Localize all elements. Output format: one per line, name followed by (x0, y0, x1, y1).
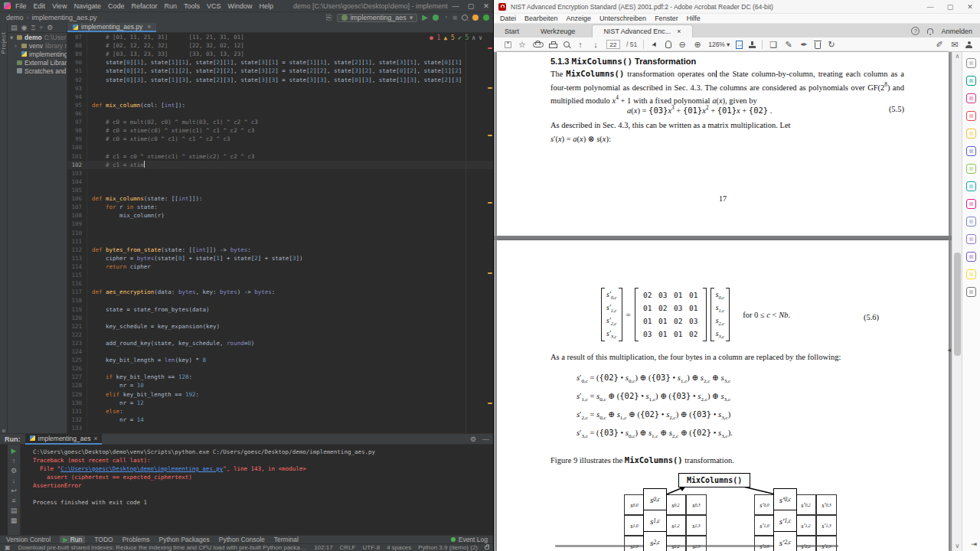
fit-width-icon[interactable] (736, 41, 743, 49)
code-line[interactable]: 122 (67, 331, 494, 339)
code-line[interactable]: 102 # c1 = xtim (67, 161, 494, 169)
scan-ocr-icon[interactable] (966, 181, 976, 191)
menu-hilfe[interactable]: Hilfe (687, 15, 701, 22)
maximize-button[interactable]: ▢ (463, 2, 479, 10)
previous-page-icon[interactable]: ↑ (576, 40, 585, 49)
code-line[interactable]: 100 (67, 143, 494, 152)
menu-code[interactable]: Code (108, 2, 125, 10)
request-signatures-icon[interactable] (966, 269, 976, 279)
code-line[interactable]: 101 # c1 = c0 ^ xtime(c1) ^ xtime(c2) ^ … (67, 152, 494, 161)
code-line[interactable]: 94 (67, 93, 494, 101)
export-pdf-icon[interactable] (966, 76, 976, 86)
run-minimize-icon[interactable]: — (482, 435, 489, 443)
locate-icon[interactable]: ◉ (21, 24, 28, 31)
pencil-icon[interactable]: ✎ (784, 40, 793, 49)
help-icon[interactable]: ? (911, 27, 920, 35)
menu-file[interactable]: File (15, 2, 27, 10)
code-line[interactable]: 114 return cipher (67, 262, 494, 271)
close-button[interactable]: ✕ (479, 2, 494, 10)
clear-icon[interactable]: ▦ (11, 517, 18, 524)
code-line[interactable]: 128 nr = 10 (67, 381, 494, 390)
pdf-content-area[interactable]: 5.1.3 MixColumns() Transformation The Mi… (494, 52, 980, 551)
edit-pdf-icon[interactable] (966, 93, 976, 103)
code-line[interactable]: 118 (67, 296, 494, 305)
create-pdf-icon[interactable] (966, 111, 976, 121)
menu-refactor[interactable]: Refactor (131, 2, 157, 10)
sign-pen-icon[interactable]: ✒ (799, 40, 808, 49)
code-line[interactable]: 103 (67, 169, 494, 178)
toolwindow-run[interactable]: ▶Run (60, 536, 85, 543)
find-icon[interactable] (564, 41, 570, 47)
code-line[interactable]: 124 (67, 347, 494, 356)
scrollbar-thumb[interactable] (954, 253, 961, 356)
code-line[interactable]: 116 (67, 279, 494, 288)
stop-button[interactable]: ■ (452, 14, 457, 21)
code-line[interactable]: 112 def bytes_from_state(state: [[int]])… (67, 246, 494, 254)
project-item-venv[interactable]: › venv library root (8, 41, 67, 50)
toolwindow-event-log[interactable]: Event Log (459, 536, 488, 543)
run-tab[interactable]: implementing_aes × (25, 434, 103, 445)
status-utf-8[interactable]: UTF-8 (362, 544, 380, 551)
code-line[interactable]: 107 for r in state: (67, 203, 494, 211)
inspection-widget[interactable]: ● 1 ▲ 5 ✔ 5 ∧ ∨ (427, 34, 485, 41)
code-line[interactable]: 91 state[0][2], state[1][2], state[2][2]… (67, 67, 494, 75)
collapse-all-icon[interactable]: Ξ (31, 24, 35, 31)
pdf-page-17[interactable]: 5.1.3 MixColumns() Transformation The Mi… (497, 52, 949, 236)
code-line[interactable]: 131 else: (67, 407, 494, 416)
code-line[interactable]: 125 key_bit_length = len(key) * 8 (67, 356, 494, 364)
project-item-external-libraries[interactable]: External Libraries (8, 58, 67, 67)
toolwindow-terminal[interactable]: Terminal (274, 536, 299, 543)
menu-help[interactable]: Help (260, 2, 274, 10)
share-cloud-icon[interactable] (533, 41, 543, 47)
toolwindow-problems[interactable]: Problems (122, 536, 150, 543)
code-line[interactable]: 99 # c0 = xtime(c0 ^ c1) ^ c1 ^ c2 ^ c3 (67, 135, 494, 143)
combine-files-icon[interactable] (966, 146, 976, 156)
next-page-icon[interactable]: ↓ (591, 40, 600, 49)
profile-icon[interactable] (965, 41, 972, 48)
status-crlf[interactable]: CRLF (340, 544, 356, 551)
code-line[interactable]: 133 (67, 424, 494, 432)
signin-link[interactable]: Anmelden (941, 28, 972, 35)
tab-document[interactable]: NIST Advanced Enc... × (592, 24, 692, 37)
tab-close-icon[interactable]: × (677, 28, 681, 35)
code-line[interactable]: 119 state = state_from_bytes(data) (67, 305, 494, 314)
code-line[interactable]: 89 # [03, 13, 23, 33] [33, 03, 13, 23] (67, 50, 494, 58)
settings-icon[interactable]: ⚙ (11, 467, 17, 474)
run-tab-close-icon[interactable]: × (93, 435, 97, 442)
code-line[interactable]: 93 (67, 84, 494, 93)
menu-view[interactable]: View (52, 2, 67, 10)
print-icon[interactable]: ▤ (11, 507, 18, 514)
run-button[interactable]: ▶ (422, 14, 428, 21)
update-notification-icon[interactable] (472, 15, 479, 21)
tab-close-icon[interactable]: × (147, 23, 151, 31)
code-line[interactable]: 108 mix_column(r) (67, 211, 494, 220)
code-line[interactable]: 126 (67, 364, 494, 373)
code-line[interactable]: 129 elif key_bit_length == 192: (67, 390, 494, 399)
toolwindow-todo[interactable]: TODO (94, 536, 113, 543)
measure-icon[interactable] (966, 252, 976, 262)
toolwindow-python-packages[interactable]: Python Packages (159, 536, 210, 543)
view-options-icon[interactable]: ▤ (11, 24, 18, 31)
select-tool-icon[interactable]: ➤ (648, 38, 661, 51)
code-line[interactable]: 88 # [02, 12, 22, 32] [22, 32, 02, 12] (67, 41, 494, 50)
tab-werkzeuge[interactable]: Werkzeuge (530, 25, 586, 37)
menu-navigate[interactable]: Navigate (74, 2, 101, 10)
menu-anzeige[interactable]: Anzeige (567, 15, 592, 22)
trash-icon[interactable] (815, 42, 821, 49)
toolwindow-python-console[interactable]: Python Console (219, 536, 265, 543)
stack-down-icon[interactable]: ↓ (12, 477, 16, 484)
protect-icon[interactable] (966, 217, 976, 227)
rotate-icon[interactable]: ↻ (827, 40, 836, 49)
code-line[interactable]: 105 (67, 186, 494, 194)
toolwindow-version-control[interactable]: Version Control (6, 536, 51, 543)
scroll-to-end-icon[interactable]: ≡ (11, 497, 15, 504)
organize-pages-icon[interactable] (966, 164, 976, 174)
status-102-17[interactable]: 102:17 (314, 544, 332, 551)
zoom-out-icon[interactable]: ⊖ (678, 40, 687, 49)
star-icon[interactable]: ☆ (518, 40, 527, 49)
project-item-demo[interactable]: ▾ demo C:\Users\goesc\De (8, 33, 67, 41)
code-line[interactable]: 98 # c0 = xtime(c0) ^ xtime(c1) ^ c1 ^ c… (67, 126, 494, 135)
stack-up-icon[interactable]: ↑ (12, 457, 16, 465)
comment-icon[interactable] (966, 129, 976, 139)
vcs-commit-icon[interactable]: ⎘ (326, 14, 332, 21)
